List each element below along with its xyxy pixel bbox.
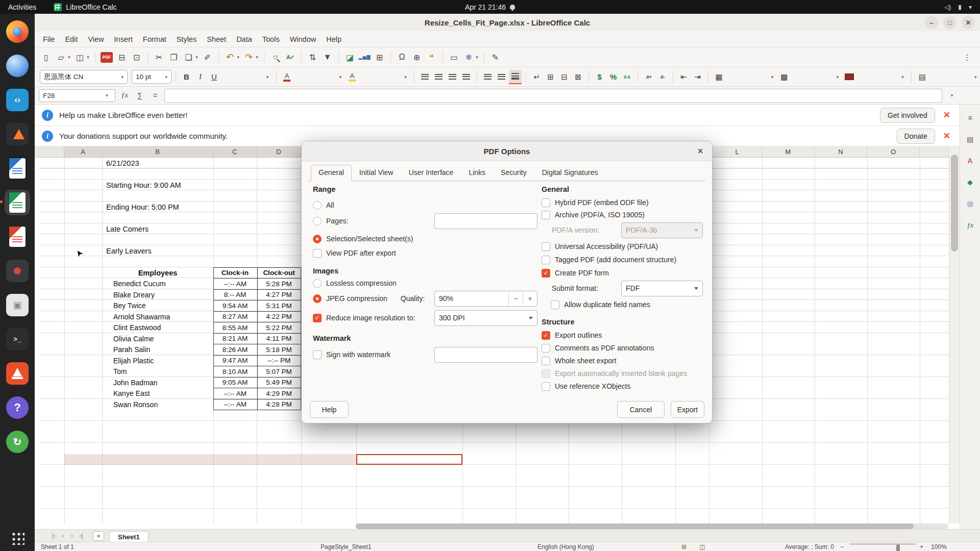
save-dropdown-icon[interactable]: ▾ (85, 51, 91, 64)
dock-item-writer[interactable] (5, 156, 30, 181)
font-name-select[interactable]: 思源黑体 CN ▾ (40, 70, 128, 84)
format-number-button[interactable]: 0.0 (621, 70, 633, 84)
insert-chart-icon[interactable]: ▂▅▇ (358, 51, 372, 64)
dialog-tab[interactable]: Security (493, 165, 534, 181)
headers-footers-icon[interactable]: ▭ (447, 51, 461, 64)
underline-button[interactable]: U (208, 70, 220, 84)
format-currency-button[interactable]: $ (593, 70, 606, 84)
help-button[interactable]: Help (310, 401, 349, 418)
vertical-scrollbar[interactable] (949, 146, 960, 523)
menu-item[interactable]: View (83, 33, 109, 46)
clock-in-cell[interactable]: --:-- AM (213, 279, 257, 290)
align-bottom-button[interactable] (509, 70, 522, 84)
battery-icon[interactable]: ▮ (958, 4, 962, 11)
zoom-level-label[interactable]: 100% (931, 543, 947, 550)
copy-icon[interactable]: ❐ (167, 51, 181, 64)
sheet-tab-sheet1[interactable]: Sheet1 (109, 531, 149, 542)
pivot-table-icon[interactable]: ⊞ (373, 51, 386, 64)
align-center-button[interactable] (432, 70, 445, 84)
average-sum-label[interactable]: Average: ; Sum: 0 (785, 543, 834, 550)
column-header[interactable]: C (213, 146, 257, 158)
menu-item[interactable]: Tools (257, 33, 285, 46)
radio-selection[interactable]: Selection/Selected sheet(s) (313, 232, 537, 245)
find-replace-icon[interactable]: ○ (268, 51, 282, 64)
dock-item-browser[interactable] (5, 53, 30, 79)
dock-item-utility[interactable] (5, 258, 30, 284)
redo-dropdown-icon[interactable]: ▾ (254, 51, 260, 64)
selection-mode-icon[interactable]: ⊞ (679, 543, 689, 550)
focused-app[interactable]: LibreOffice Calc (54, 3, 116, 11)
clock-in-cell[interactable]: --:-- AM (213, 388, 257, 399)
checkbox-reduce-resolution[interactable]: Reduce image resolution to: 300 DPI (313, 310, 537, 326)
column-header[interactable]: N (815, 146, 867, 158)
new-document-icon[interactable]: ▯ (39, 51, 53, 64)
underline-dropdown-icon[interactable]: ▾ (263, 74, 272, 80)
checkbox-archive-pdfa[interactable]: Archive (PDF/A, ISO 19005) (542, 209, 703, 221)
clock-in-cell[interactable]: 9:47 AM (213, 355, 257, 366)
wrap-text-button[interactable]: ↵ (530, 70, 543, 84)
clock-out-cell[interactable]: 4:11 PM (257, 333, 301, 344)
column-header[interactable]: O (867, 146, 920, 158)
cancel-button[interactable]: Cancel (617, 401, 665, 418)
highlight-color-button[interactable]: A (346, 70, 358, 84)
unmerge-cells-button[interactable]: ⊠ (572, 70, 584, 84)
menu-item[interactable]: Sheet (202, 33, 231, 46)
functions-icon[interactable]: ƒx (963, 218, 977, 232)
clock-out-cell[interactable]: 5:22 PM (257, 322, 301, 334)
save-icon[interactable]: ◫ (73, 51, 87, 64)
font-size-select[interactable]: 10 pt ▾ (132, 70, 172, 84)
column-header[interactable]: M (762, 146, 815, 158)
merge-center-button[interactable]: ⊞ (544, 70, 557, 84)
merge-cells-button[interactable]: ⊟ (558, 70, 571, 84)
clock-out-cell[interactable]: 5:28 PM (257, 279, 301, 290)
dialog-tab[interactable]: Links (461, 165, 493, 181)
autofilter-icon[interactable]: ▼ (321, 51, 334, 64)
cell-date[interactable]: 6/21/2023 (106, 158, 139, 169)
clock-in-cell[interactable]: 8:21 AM (213, 333, 257, 344)
employee-name-cell[interactable]: Swan Ronson (102, 399, 213, 410)
borders-button[interactable]: ▦ (713, 70, 725, 84)
clock-out-cell[interactable]: --:-- PM (257, 355, 301, 366)
dock-item-terminal[interactable]: >_ (5, 327, 30, 352)
dialog-tab[interactable]: Digital Signatures (534, 165, 606, 181)
clock-out-cell[interactable]: 4:22 PM (257, 311, 301, 322)
dock-item-software[interactable] (5, 361, 30, 386)
dock-item-vlc[interactable] (5, 121, 30, 147)
dialog-close-icon[interactable]: ✕ (695, 146, 705, 156)
print-preview-icon[interactable]: ⊡ (130, 51, 143, 64)
radio-lossless[interactable]: Lossless compression (313, 277, 537, 289)
function-wizard-button[interactable]: ƒx (118, 89, 131, 102)
toolbar-overflow-icon[interactable]: ⋮ (960, 51, 974, 64)
undo-icon[interactable]: ↶ (223, 51, 237, 64)
comment-icon[interactable]: ❝ (425, 51, 438, 64)
conditional-formatting-button[interactable]: ▤ (916, 70, 928, 84)
gallery-icon[interactable]: ◆ (963, 175, 977, 189)
checkbox-create-pdf-form[interactable]: Create PDF form (542, 267, 703, 279)
italic-button[interactable]: I (194, 70, 207, 84)
zoom-slider-thumb[interactable] (896, 544, 900, 551)
cell-clockout-header[interactable]: Clock-out (257, 267, 301, 279)
power-menu-icon[interactable]: ▾ (969, 4, 972, 11)
employee-name-cell[interactable]: Bey Twice (102, 300, 213, 312)
checkbox-sign-watermark[interactable]: Sign with watermark (313, 346, 537, 363)
radio-all[interactable]: All (313, 198, 537, 212)
clock-out-cell[interactable]: 4:28 PM (257, 399, 301, 410)
sort-icon[interactable]: ⇅ (306, 51, 320, 64)
background-color-button[interactable] (843, 70, 856, 84)
add-sheet-button[interactable]: + (93, 531, 104, 541)
checkbox-whole-sheet-export[interactable]: Whole sheet export (542, 355, 703, 367)
menu-item[interactable]: Edit (60, 33, 83, 46)
language-label[interactable]: English (Hong Kong) (537, 543, 594, 550)
cell-early-leavers[interactable]: Early Leavers (106, 245, 152, 257)
horizontal-scrollbar[interactable] (356, 523, 948, 529)
employee-name-cell[interactable]: Clint Eastwood (102, 322, 213, 334)
font-color-button[interactable]: A (281, 70, 293, 84)
close-button[interactable]: ✕ (962, 16, 975, 29)
quality-increase-button[interactable]: + (523, 291, 537, 306)
checkbox-allow-duplicates[interactable]: Allow duplicate field names (542, 298, 703, 311)
dialog-titlebar[interactable]: PDF Options ✕ (302, 141, 712, 161)
cell-starting-hour[interactable]: Starting Hour: 9:00 AM (106, 180, 181, 191)
insert-image-icon[interactable]: ◪ (343, 51, 357, 64)
checkbox-tagged-pdf[interactable]: Tagged PDF (add document structure) (542, 254, 703, 266)
page-style-label[interactable]: PageStyle_Sheet1 (321, 543, 371, 550)
